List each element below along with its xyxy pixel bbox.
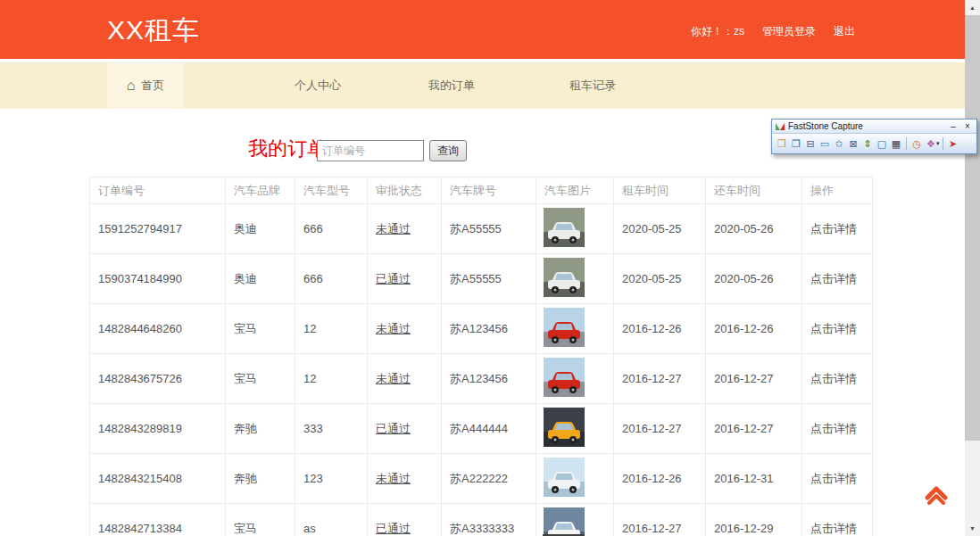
car-photo-yellow-car-dark: [544, 408, 585, 447]
dropdown-arrow-icon[interactable]: ▾: [936, 140, 940, 147]
order-detail-link[interactable]: 点击详情: [810, 322, 857, 335]
capture-freehand-icon[interactable]: ✩: [832, 136, 846, 152]
faststone-capture-window: FastStone Capture – × ❒❐⊟▭✩⊠⇕▢▦◷❖▾➤: [771, 119, 977, 154]
vertical-scrollbar[interactable]: ▲ ▼: [965, 0, 980, 536]
license-plate-cell: 苏A55555: [442, 254, 536, 304]
order-table-row: 1591252794917 奥迪 666 未通过 苏A55555 2020-05…: [90, 204, 873, 254]
nav-item-rental-history[interactable]: 租车记录: [552, 62, 634, 109]
scrollbar-thumb[interactable]: [965, 15, 980, 441]
order-table-row: 1482843215408 奔驰 123 未通过 苏A222222 2016-1…: [90, 454, 873, 504]
rent-date-cell: 2016-12-26: [614, 304, 706, 354]
minimize-button[interactable]: –: [948, 121, 959, 132]
chevron-up-icon: [921, 481, 951, 509]
license-plate-cell: 苏A3333333: [442, 504, 536, 536]
rent-date-cell: 2016-12-27: [614, 354, 706, 404]
license-plate-cell: 苏A55555: [442, 204, 536, 254]
return-date-cell: 2020-05-26: [706, 254, 802, 304]
capture-rectangle-icon[interactable]: ▭: [818, 136, 832, 152]
faststone-title: FastStone Capture: [788, 121, 944, 131]
capture-active-window-icon[interactable]: ❐: [789, 136, 803, 152]
approval-status-link[interactable]: 未通过: [376, 472, 411, 485]
rent-date-cell: 2016-12-26: [614, 454, 706, 504]
approval-status-link[interactable]: 已通过: [376, 272, 411, 285]
admin-login-link[interactable]: 管理员登录: [762, 24, 816, 39]
back-to-top-button[interactable]: [921, 481, 951, 509]
approval-status-link[interactable]: 未通过: [376, 322, 411, 335]
approval-status-link[interactable]: 未通过: [376, 372, 411, 385]
car-brand-cell: 宝马: [226, 504, 295, 536]
faststone-titlebar[interactable]: FastStone Capture – ×: [772, 120, 976, 133]
column-header: 操作: [802, 177, 873, 204]
action-cell: 点击详情: [802, 354, 873, 404]
rent-date-cell: 2016-12-27: [614, 504, 706, 536]
order-detail-link[interactable]: 点击详情: [810, 222, 857, 235]
car-model-cell: as: [295, 504, 368, 536]
open-file-icon[interactable]: ❒: [775, 136, 789, 152]
nav-item-my-orders[interactable]: 我的订单: [411, 62, 493, 109]
order-detail-link[interactable]: 点击详情: [810, 472, 857, 485]
capture-window-icon[interactable]: ⊟: [803, 136, 818, 152]
car-photo-white-sedan-street: [544, 258, 585, 297]
car-image: [536, 304, 614, 354]
search-button[interactable]: 查询: [429, 140, 467, 161]
car-image: [536, 404, 614, 454]
logout-link[interactable]: 退出: [834, 24, 855, 39]
nav-item-home[interactable]: ⌂首页: [107, 62, 184, 109]
car-image: [536, 254, 614, 304]
order-detail-link[interactable]: 点击详情: [810, 272, 857, 285]
rent-date-cell: 2020-05-25: [614, 204, 706, 254]
page-title: 我的订单: [248, 136, 327, 162]
toolbar-separator: [906, 137, 907, 150]
approval-status-cell: 未通过: [368, 454, 442, 504]
column-header: 订单编号: [90, 177, 226, 204]
screen-recorder-icon[interactable]: ▦: [889, 136, 903, 152]
site-header: XX租车 你好！：zs 管理员登录 退出: [0, 0, 965, 59]
column-header: 汽车品牌: [226, 177, 295, 204]
capture-scrolling-icon[interactable]: ⇕: [860, 136, 875, 152]
order-table-row: 1590374184990 奥迪 666 已通过 苏A55555 2020-05…: [90, 254, 873, 304]
approval-status-link[interactable]: 已通过: [376, 422, 411, 435]
order-id-cell: 1482843215408: [90, 454, 226, 504]
nav-item-label: 首页: [141, 78, 164, 94]
approval-status-cell: 已通过: [368, 254, 442, 304]
car-model-cell: 666: [295, 254, 368, 304]
car-brand-cell: 奔驰: [226, 404, 295, 454]
screen: XX租车 你好！：zs 管理员登录 退出 ⌂首页个人中心我的订单租车记录 我的订…: [0, 0, 980, 536]
capture-fullscreen-icon[interactable]: ⊠: [846, 136, 860, 152]
scroll-down-icon[interactable]: ▼: [965, 521, 980, 536]
scroll-up-icon[interactable]: ▲: [965, 0, 980, 15]
order-detail-link[interactable]: 点击详情: [810, 522, 857, 535]
approval-status-link[interactable]: 未通过: [376, 222, 411, 235]
screen-picker-icon[interactable]: ➤: [946, 136, 960, 152]
order-table-row: 1482844648260 宝马 12 未通过 苏A123456 2016-12…: [90, 304, 873, 354]
order-id-cell: 1482844648260: [90, 304, 226, 354]
car-brand-cell: 宝马: [226, 304, 295, 354]
greeting-text: 你好！：zs: [691, 24, 744, 39]
order-id-cell: 1482843675726: [90, 354, 226, 404]
car-photo-white-sedan-street: [544, 208, 585, 247]
column-header: 汽车型号: [295, 177, 368, 204]
capture-fixed-region-icon[interactable]: ▢: [875, 136, 889, 152]
nav-item-label: 我的订单: [428, 78, 475, 94]
header-links: 你好！：zs 管理员登录 退出: [691, 24, 855, 39]
nav-item-profile[interactable]: 个人中心: [277, 62, 359, 109]
car-model-cell: 123: [295, 454, 368, 504]
return-date-cell: 2016-12-27: [706, 404, 802, 454]
order-detail-link[interactable]: 点击详情: [810, 372, 857, 385]
delay-timer-icon[interactable]: ◷: [909, 136, 924, 152]
car-brand-cell: 宝马: [226, 354, 295, 404]
close-button[interactable]: ×: [962, 121, 973, 132]
order-search-input[interactable]: [317, 140, 424, 161]
main-nav: ⌂首页个人中心我的订单租车记录: [0, 62, 965, 109]
order-table-row: 1482843289819 奔驰 333 已通过 苏A444444 2016-1…: [90, 404, 873, 454]
approval-status-link[interactable]: 已通过: [376, 522, 411, 535]
return-date-cell: 2020-05-26: [706, 204, 802, 254]
rent-date-cell: 2016-12-27: [614, 404, 706, 454]
column-header: 审批状态: [368, 177, 442, 204]
car-photo-red-car-sky: [544, 358, 585, 397]
order-table-row: 1482843675726 宝马 12 未通过 苏A123456 2016-12…: [90, 354, 873, 404]
order-detail-link[interactable]: 点击详情: [810, 422, 857, 435]
nav-item-label: 租车记录: [569, 78, 616, 94]
nav-item-label: 个人中心: [295, 78, 341, 94]
column-header: 汽车图片: [536, 177, 614, 204]
